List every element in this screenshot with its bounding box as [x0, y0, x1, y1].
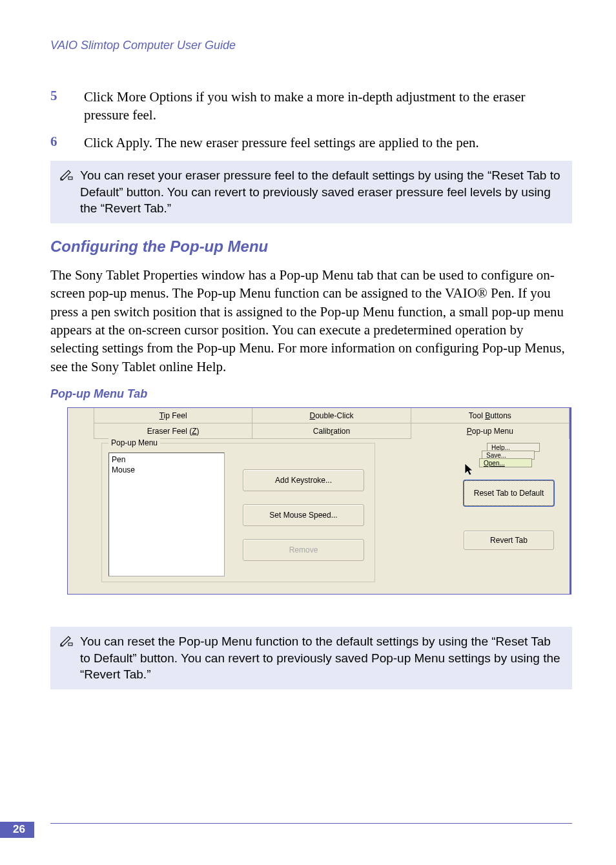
step-6: 6 Click Apply. The new eraser pressure f…	[50, 134, 572, 152]
section-paragraph: The Sony Tablet Properties window has a …	[50, 266, 572, 376]
revert-tab-button[interactable]: Revert Tab	[464, 531, 554, 550]
side-button-column: Help... Save... Open... Reset Tab to Def…	[464, 443, 554, 563]
page-number: 26	[0, 822, 34, 838]
cursor-arrow-icon	[464, 462, 475, 476]
tab-popup-menu[interactable]: Pop-up Menu	[411, 423, 570, 439]
footer-rule	[50, 823, 572, 824]
guide-title: VAIO Slimtop Computer User Guide	[50, 39, 572, 52]
note-text: You can reset the Pop-up Menu function t…	[77, 633, 560, 683]
tablet-properties-dialog: Tip Feel Double-Click Tool Buttons Erase…	[67, 407, 571, 595]
popup-menu-list[interactable]: Pen Mouse	[108, 453, 225, 576]
step-text: Click Apply. The new eraser pressure fee…	[84, 134, 479, 152]
tab-row-top: Tip Feel Double-Click Tool Buttons	[68, 408, 570, 423]
svg-rect-0	[68, 177, 72, 179]
step-number: 6	[50, 134, 84, 152]
note-box-eraser: You can reset your eraser pressure feel …	[50, 161, 572, 223]
thumb-open[interactable]: Open...	[479, 458, 532, 467]
tab-tip-feel[interactable]: Tip Feel	[94, 408, 252, 423]
reset-tab-default-button[interactable]: Reset Tab to Default	[464, 480, 554, 506]
note-box-popup: You can reset the Pop-up Menu function t…	[50, 627, 572, 689]
tab-calibration[interactable]: Calibration	[252, 423, 410, 439]
svg-rect-1	[68, 643, 72, 646]
tab-tool-buttons[interactable]: Tool Buttons	[411, 408, 570, 423]
list-item[interactable]: Pen	[112, 454, 221, 465]
tab-content-popup: Pop-up Menu Pen Mouse Add Keystroke... S…	[68, 439, 570, 594]
remove-button: Remove	[243, 539, 364, 561]
pencil-note-icon	[59, 169, 77, 183]
note-text: You can reset your eraser pressure feel …	[77, 167, 560, 217]
step-number: 5	[50, 88, 84, 125]
popup-menu-group: Pop-up Menu Pen Mouse Add Keystroke... S…	[101, 443, 375, 582]
section-heading: Configuring the Pop-up Menu	[50, 238, 572, 256]
pencil-note-icon	[59, 635, 77, 649]
set-mouse-speed-button[interactable]: Set Mouse Speed...	[243, 504, 364, 526]
step-5: 5 Click More Options if you wish to make…	[50, 88, 572, 125]
step-text: Click More Options if you wish to make a…	[84, 88, 572, 125]
tab-eraser-feel[interactable]: Eraser Feel (Z)	[94, 423, 252, 439]
tab-row-bottom: Eraser Feel (Z) Calibration Pop-up Menu	[68, 423, 570, 439]
list-item[interactable]: Mouse	[112, 465, 221, 475]
group-legend: Pop-up Menu	[108, 438, 160, 447]
add-keystroke-button[interactable]: Add Keystroke...	[243, 469, 364, 491]
stacked-menu-preview: Help... Save... Open...	[464, 443, 554, 480]
figure-caption: Pop-up Menu Tab	[50, 387, 572, 401]
tab-double-click[interactable]: Double-Click	[252, 408, 410, 423]
